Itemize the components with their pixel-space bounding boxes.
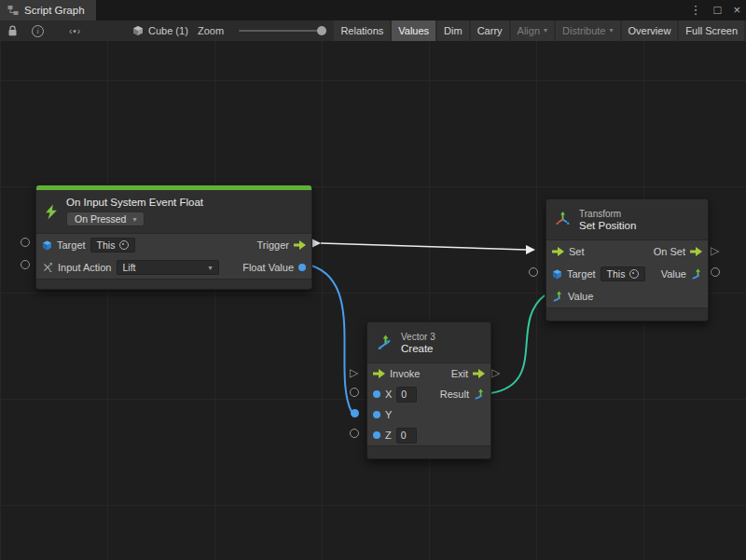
- z-value-field[interactable]: 0: [396, 428, 417, 444]
- y-label: Y: [385, 409, 392, 420]
- vector3-port-icon[interactable]: [552, 291, 563, 302]
- object-picker-icon: [629, 269, 639, 279]
- button-dim[interactable]: Dim: [437, 20, 469, 41]
- cube-icon: [132, 25, 144, 36]
- vector3-node-type: Vector 3: [401, 332, 435, 342]
- flow-arrow-icon[interactable]: [690, 247, 702, 256]
- vector3-invoke-row: Invoke Exit: [367, 363, 490, 384]
- toolbar-buttons: Relations Values Dim Carry Align ▾ Distr…: [334, 20, 744, 41]
- transform-target-field[interactable]: This: [601, 266, 646, 281]
- flow-arrow-icon[interactable]: [373, 369, 385, 378]
- trigger-output-port[interactable]: [311, 239, 321, 248]
- exit-label: Exit: [451, 368, 468, 379]
- event-target-row: Target This Trigger: [36, 234, 311, 256]
- z-label: Z: [385, 430, 392, 441]
- button-carry[interactable]: Carry: [471, 20, 509, 41]
- wire-trigger-to-set: [321, 243, 526, 250]
- x-label: X: [385, 389, 392, 400]
- flow-arrow-icon[interactable]: [473, 369, 485, 378]
- y-port[interactable]: [373, 411, 380, 418]
- dropdown-arrow-icon: ▾: [208, 264, 212, 272]
- zoom-slider-handle[interactable]: [317, 26, 326, 35]
- graph-target[interactable]: Cube (1): [132, 20, 188, 41]
- invoke-input-port[interactable]: ▷: [350, 367, 358, 378]
- transform-target-port[interactable]: [529, 267, 538, 277]
- z-input-port[interactable]: [350, 429, 359, 438]
- button-values[interactable]: Values: [392, 20, 435, 41]
- lightning-icon: [45, 204, 58, 220]
- node-transform-set-position[interactable]: Transform Set Position Set On Set: [546, 198, 709, 321]
- window-menu-icon[interactable]: ⋮: [690, 0, 702, 20]
- value-output-port[interactable]: [711, 267, 720, 277]
- event-target-port[interactable]: [21, 238, 30, 247]
- gameobject-icon: [552, 269, 562, 280]
- transform-value-row: Value: [546, 285, 708, 307]
- graph-target-label: Cube (1): [148, 25, 188, 36]
- on-set-label: On Set: [654, 246, 685, 257]
- transform-target-label: Target: [567, 268, 596, 280]
- transform-set-row: Set On Set: [546, 240, 708, 263]
- button-align[interactable]: Align ▾: [511, 20, 554, 41]
- y-input-port-connected[interactable]: [351, 409, 359, 417]
- event-node-title: On Input System Event Float: [66, 197, 203, 208]
- transform-node-header: Transform Set Position: [546, 199, 708, 240]
- vector3-z-row: Z 0: [367, 425, 490, 445]
- node-vector3-create[interactable]: Vector 3 Create Invoke Exit: [366, 321, 491, 459]
- event-mode-dropdown[interactable]: On Pressed ▾: [66, 212, 145, 226]
- vector3-x-row: X 0 Result: [367, 384, 490, 404]
- transform-target-row: Target This Value: [546, 263, 708, 285]
- invoke-label: Invoke: [390, 368, 420, 379]
- transform-node-footer: [546, 307, 708, 321]
- window-close-icon[interactable]: ×: [733, 0, 740, 20]
- flow-arrow-icon[interactable]: [552, 247, 564, 256]
- wire-floatvalue-to-y: [311, 266, 352, 412]
- float-value-port[interactable]: [298, 264, 306, 271]
- transform-icon: [555, 212, 571, 227]
- event-target-field[interactable]: This: [90, 238, 136, 253]
- float-value-label: Float Value: [242, 262, 294, 273]
- vector3-port-icon[interactable]: [474, 389, 485, 400]
- button-relations[interactable]: Relations: [334, 20, 390, 41]
- vector3-port-icon[interactable]: [691, 268, 702, 280]
- node-on-input-system-event-float[interactable]: On Input System Event Float On Pressed ▾: [35, 184, 312, 290]
- graph-toolbar: i ‹•› Cube (1) Zoom 1x Relations Values …: [0, 20, 746, 42]
- value-input-label: Value: [568, 291, 593, 302]
- gameobject-icon: [42, 240, 52, 251]
- x-input-port[interactable]: [350, 388, 359, 397]
- button-distribute[interactable]: Distribute ▾: [556, 20, 619, 41]
- info-icon[interactable]: i: [32, 23, 44, 38]
- button-full-screen[interactable]: Full Screen: [679, 20, 744, 41]
- inspector-toggle-icon[interactable]: ‹•›: [69, 23, 81, 38]
- input-action-icon: [42, 262, 53, 273]
- trigger-label: Trigger: [257, 239, 289, 251]
- vector3-node-header: Vector 3 Create: [367, 322, 490, 363]
- zoom-slider[interactable]: [239, 30, 326, 32]
- flow-arrow-icon[interactable]: [294, 240, 306, 250]
- vector3-node-footer: [367, 445, 490, 458]
- x-value-field[interactable]: 0: [396, 387, 417, 403]
- event-action-port[interactable]: [21, 260, 30, 269]
- transform-node-type: Transform: [579, 209, 621, 219]
- event-action-row: Input Action Lift ▾ Float Value: [36, 256, 311, 279]
- x-port[interactable]: [373, 390, 380, 398]
- title-bar: Script Graph ⋮ □ ×: [0, 0, 746, 21]
- onset-output-port[interactable]: ▷: [711, 245, 719, 256]
- set-input-port[interactable]: [526, 245, 535, 254]
- event-node-header: On Input System Event Float On Pressed ▾: [36, 190, 311, 234]
- lock-icon[interactable]: [7, 23, 18, 38]
- script-graph-icon: [7, 5, 19, 16]
- window-maximize-icon[interactable]: □: [714, 0, 722, 20]
- exit-output-port[interactable]: ▷: [491, 367, 500, 378]
- zoom-label: Zoom: [198, 20, 224, 41]
- input-action-dropdown[interactable]: Lift ▾: [117, 260, 219, 275]
- graph-canvas[interactable]: ▷ ▷ ▷ On Input System Event Float On Pre…: [0, 41, 746, 560]
- dropdown-arrow-icon: ▾: [132, 215, 136, 224]
- tab-script-graph[interactable]: Script Graph: [0, 0, 96, 20]
- set-label: Set: [569, 246, 585, 257]
- vector3-y-row: Y: [367, 404, 490, 425]
- z-port[interactable]: [373, 431, 380, 439]
- button-overview[interactable]: Overview: [622, 20, 678, 41]
- object-picker-icon: [119, 240, 129, 250]
- event-target-label: Target: [57, 239, 86, 251]
- window-controls: ⋮ □ ×: [690, 0, 740, 20]
